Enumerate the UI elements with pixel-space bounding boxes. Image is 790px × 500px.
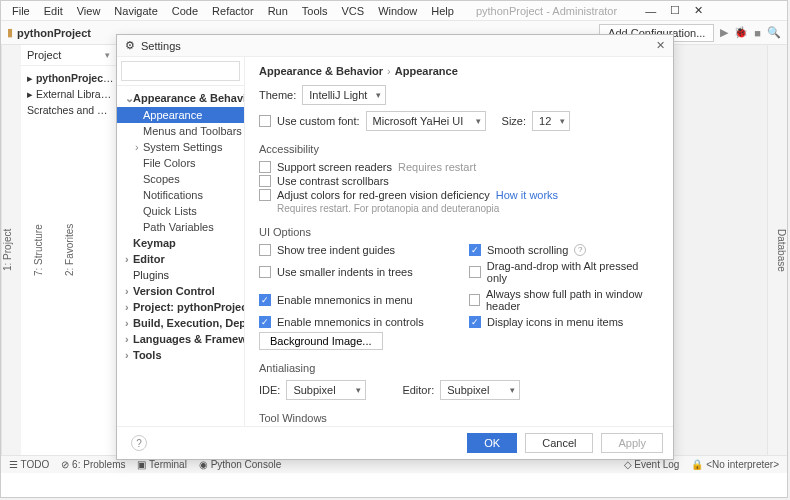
section-antialiasing: Antialiasing bbox=[259, 362, 659, 374]
help-icon[interactable]: ? bbox=[131, 435, 147, 451]
left-tool-strip: 1: Project 7: Structure 2: Favorites bbox=[1, 45, 21, 455]
accessibility-note: Requires restart. For protanopia and deu… bbox=[277, 203, 659, 214]
tree-ext-libs[interactable]: ▸ External Libraries bbox=[23, 86, 114, 102]
status-event-log[interactable]: ◇ Event Log bbox=[624, 459, 680, 470]
settings-tree-file-colors[interactable]: File Colors bbox=[117, 155, 244, 171]
menu-navigate[interactable]: Navigate bbox=[109, 3, 162, 19]
settings-sidebar: ⌄Appearance & BehaviorAppearanceMenus an… bbox=[117, 57, 245, 426]
font-size-select[interactable]: 12 bbox=[532, 111, 570, 131]
status-todo[interactable]: ☰ TODO bbox=[9, 459, 49, 470]
settings-tree-menus-and-toolbars[interactable]: Menus and Toolbars bbox=[117, 123, 244, 139]
theme-select[interactable]: IntelliJ Light bbox=[302, 85, 386, 105]
section-tool-windows: Tool Windows bbox=[259, 412, 659, 424]
settings-tree-appearance[interactable]: Appearance bbox=[117, 107, 244, 123]
chevron-down-icon[interactable]: ▾ bbox=[105, 50, 110, 60]
menu-vcs[interactable]: VCS bbox=[337, 3, 370, 19]
opt-label: Enable mnemonics in controls bbox=[277, 316, 424, 328]
status-python-console[interactable]: ◉ Python Console bbox=[199, 459, 281, 470]
opt-label: Show tree indent guides bbox=[277, 244, 395, 256]
stop-icon[interactable]: ■ bbox=[754, 27, 761, 39]
settings-tree-path-variables[interactable]: Path Variables bbox=[117, 219, 244, 235]
aa-ide-label: IDE: bbox=[259, 384, 280, 396]
opt-label: Display icons in menu items bbox=[487, 316, 623, 328]
settings-icon: ⚙ bbox=[125, 39, 135, 52]
opt-label: Support screen readers bbox=[277, 161, 392, 173]
settings-tree-editor[interactable]: ›Editor bbox=[117, 251, 244, 267]
settings-tree-languages-frameworks[interactable]: ›Languages & Frameworks bbox=[117, 331, 244, 347]
menubar: File Edit View Navigate Code Refactor Ru… bbox=[1, 1, 787, 21]
checkbox-use-contrast-scrollbars[interactable] bbox=[259, 175, 271, 187]
project-panel-title: Project bbox=[27, 49, 61, 61]
status-terminal[interactable]: ▣ Terminal bbox=[137, 459, 186, 470]
ok-button[interactable]: OK bbox=[467, 433, 517, 453]
aa-editor-label: Editor: bbox=[402, 384, 434, 396]
close-icon[interactable]: ✕ bbox=[689, 2, 708, 19]
tree-scratches[interactable]: Scratches and Consoles bbox=[23, 102, 114, 118]
background-image-button[interactable]: Background Image... bbox=[259, 332, 383, 350]
breadcrumb: Appearance & Behavior›Appearance bbox=[259, 65, 659, 77]
opt-label: Enable mnemonics in menu bbox=[277, 294, 413, 306]
menu-view[interactable]: View bbox=[72, 3, 106, 19]
checkbox-drag-and-drop-with-alt-pressed-only[interactable] bbox=[469, 266, 481, 278]
custom-font-select[interactable]: Microsoft YaHei UI bbox=[366, 111, 486, 131]
checkbox-enable-mnemonics-in-menu[interactable] bbox=[259, 294, 271, 306]
menu-window[interactable]: Window bbox=[373, 3, 422, 19]
search-icon[interactable]: 🔍 bbox=[767, 26, 781, 39]
checkbox-enable-mnemonics-in-controls[interactable] bbox=[259, 316, 271, 328]
right-tool-strip: Database SciView bbox=[767, 45, 787, 455]
minimize-icon[interactable]: — bbox=[640, 3, 661, 19]
breadcrumb-project[interactable]: pythonProject bbox=[17, 27, 91, 39]
maximize-icon[interactable]: ☐ bbox=[665, 2, 685, 19]
settings-tree-version-control[interactable]: ›Version Control bbox=[117, 283, 244, 299]
apply-button[interactable]: Apply bbox=[601, 433, 663, 453]
settings-tree-appearance-behavior[interactable]: ⌄Appearance & Behavior bbox=[117, 90, 244, 107]
checkbox-support-screen-readers[interactable] bbox=[259, 161, 271, 173]
menu-code[interactable]: Code bbox=[167, 3, 203, 19]
cancel-button[interactable]: Cancel bbox=[525, 433, 593, 453]
settings-tree-notifications[interactable]: Notifications bbox=[117, 187, 244, 203]
menu-file[interactable]: File bbox=[7, 3, 35, 19]
strip-structure[interactable]: 7: Structure bbox=[33, 224, 44, 276]
menu-tools[interactable]: Tools bbox=[297, 3, 333, 19]
debug-icon[interactable]: 🐞 bbox=[734, 26, 748, 39]
checkbox-show-tree-indent-guides[interactable] bbox=[259, 244, 271, 256]
settings-tree-project-pythonproject[interactable]: ›Project: pythonProject bbox=[117, 299, 244, 315]
section-accessibility: Accessibility bbox=[259, 143, 659, 155]
menu-edit[interactable]: Edit bbox=[39, 3, 68, 19]
settings-tree-plugins[interactable]: Plugins bbox=[117, 267, 244, 283]
dialog-close-icon[interactable]: ✕ bbox=[656, 39, 665, 52]
status-problems[interactable]: ⊘ 6: Problems bbox=[61, 459, 125, 470]
settings-tree-keymap[interactable]: Keymap bbox=[117, 235, 244, 251]
status-interpreter[interactable]: 🔒 <No interpreter> bbox=[691, 459, 779, 470]
checkbox-always-show-full-path-in-window-header[interactable] bbox=[469, 294, 480, 306]
custom-font-label: Use custom font: bbox=[277, 115, 360, 127]
aa-ide-select[interactable]: Subpixel bbox=[286, 380, 366, 400]
settings-tree-build-execution-deployment[interactable]: ›Build, Execution, Deployment bbox=[117, 315, 244, 331]
info-icon[interactable]: ? bbox=[574, 244, 586, 256]
menu-refactor[interactable]: Refactor bbox=[207, 3, 259, 19]
aa-editor-select[interactable]: Subpixel bbox=[440, 380, 520, 400]
how-it-works-link[interactable]: How it works bbox=[496, 189, 558, 201]
tree-root[interactable]: ▸ pythonProject C:\Users bbox=[23, 70, 114, 86]
settings-content: Appearance & Behavior›Appearance Theme: … bbox=[245, 57, 673, 426]
menu-run[interactable]: Run bbox=[263, 3, 293, 19]
settings-tree-tools[interactable]: ›Tools bbox=[117, 347, 244, 363]
checkbox-display-icons-in-menu-items[interactable] bbox=[469, 316, 481, 328]
checkbox-smooth-scrolling[interactable] bbox=[469, 244, 481, 256]
opt-label: Smooth scrolling bbox=[487, 244, 568, 256]
strip-database[interactable]: Database bbox=[776, 229, 787, 272]
menu-help[interactable]: Help bbox=[426, 3, 459, 19]
strip-favorites[interactable]: 2: Favorites bbox=[64, 224, 75, 276]
settings-tree-quick-lists[interactable]: Quick Lists bbox=[117, 203, 244, 219]
run-icon[interactable]: ▶ bbox=[720, 26, 728, 39]
settings-search-input[interactable] bbox=[121, 61, 240, 81]
checkbox-use-smaller-indents-in-trees[interactable] bbox=[259, 266, 271, 278]
opt-label: Always show full path in window header bbox=[486, 288, 659, 312]
custom-font-checkbox[interactable] bbox=[259, 115, 271, 127]
folder-icon: ▮ bbox=[7, 26, 13, 39]
settings-tree-scopes[interactable]: Scopes bbox=[117, 171, 244, 187]
checkbox-adjust-colors-for-red-green-vision-deficiency[interactable] bbox=[259, 189, 271, 201]
strip-project[interactable]: 1: Project bbox=[2, 229, 13, 271]
settings-tree-system-settings[interactable]: ›System Settings bbox=[117, 139, 244, 155]
settings-dialog: ⚙ Settings ✕ ⌄Appearance & BehaviorAppea… bbox=[116, 34, 674, 460]
